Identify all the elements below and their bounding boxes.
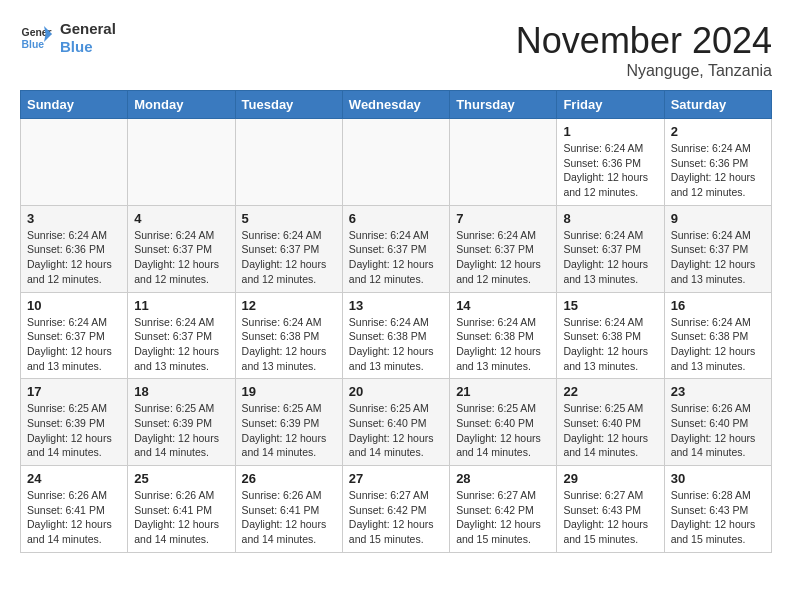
day-info: Sunrise: 6:24 AM Sunset: 6:37 PM Dayligh… bbox=[134, 315, 228, 374]
day-info: Sunrise: 6:28 AM Sunset: 6:43 PM Dayligh… bbox=[671, 488, 765, 547]
day-info: Sunrise: 6:24 AM Sunset: 6:38 PM Dayligh… bbox=[671, 315, 765, 374]
calendar-cell-w2-d3: 6Sunrise: 6:24 AM Sunset: 6:37 PM Daylig… bbox=[342, 205, 449, 292]
day-number: 20 bbox=[349, 384, 443, 399]
day-info: Sunrise: 6:25 AM Sunset: 6:40 PM Dayligh… bbox=[456, 401, 550, 460]
calendar-cell-w3-d2: 12Sunrise: 6:24 AM Sunset: 6:38 PM Dayli… bbox=[235, 292, 342, 379]
day-number: 5 bbox=[242, 211, 336, 226]
calendar-cell-w5-d6: 30Sunrise: 6:28 AM Sunset: 6:43 PM Dayli… bbox=[664, 466, 771, 553]
calendar-cell-w3-d4: 14Sunrise: 6:24 AM Sunset: 6:38 PM Dayli… bbox=[450, 292, 557, 379]
calendar-cell-w2-d2: 5Sunrise: 6:24 AM Sunset: 6:37 PM Daylig… bbox=[235, 205, 342, 292]
day-info: Sunrise: 6:27 AM Sunset: 6:43 PM Dayligh… bbox=[563, 488, 657, 547]
logo-icon: General Blue bbox=[20, 22, 52, 54]
calendar-cell-w1-d3 bbox=[342, 119, 449, 206]
day-number: 8 bbox=[563, 211, 657, 226]
calendar-cell-w1-d5: 1Sunrise: 6:24 AM Sunset: 6:36 PM Daylig… bbox=[557, 119, 664, 206]
calendar-cell-w5-d3: 27Sunrise: 6:27 AM Sunset: 6:42 PM Dayli… bbox=[342, 466, 449, 553]
day-info: Sunrise: 6:25 AM Sunset: 6:39 PM Dayligh… bbox=[27, 401, 121, 460]
day-info: Sunrise: 6:26 AM Sunset: 6:41 PM Dayligh… bbox=[134, 488, 228, 547]
calendar-cell-w4-d6: 23Sunrise: 6:26 AM Sunset: 6:40 PM Dayli… bbox=[664, 379, 771, 466]
day-number: 28 bbox=[456, 471, 550, 486]
day-info: Sunrise: 6:24 AM Sunset: 6:37 PM Dayligh… bbox=[349, 228, 443, 287]
calendar-cell-w4-d5: 22Sunrise: 6:25 AM Sunset: 6:40 PM Dayli… bbox=[557, 379, 664, 466]
calendar-week-3: 10Sunrise: 6:24 AM Sunset: 6:37 PM Dayli… bbox=[21, 292, 772, 379]
day-number: 18 bbox=[134, 384, 228, 399]
header-sunday: Sunday bbox=[21, 91, 128, 119]
day-number: 3 bbox=[27, 211, 121, 226]
day-info: Sunrise: 6:24 AM Sunset: 6:38 PM Dayligh… bbox=[456, 315, 550, 374]
calendar-week-2: 3Sunrise: 6:24 AM Sunset: 6:36 PM Daylig… bbox=[21, 205, 772, 292]
day-info: Sunrise: 6:24 AM Sunset: 6:37 PM Dayligh… bbox=[671, 228, 765, 287]
day-info: Sunrise: 6:26 AM Sunset: 6:40 PM Dayligh… bbox=[671, 401, 765, 460]
calendar-cell-w1-d0 bbox=[21, 119, 128, 206]
day-info: Sunrise: 6:27 AM Sunset: 6:42 PM Dayligh… bbox=[349, 488, 443, 547]
day-info: Sunrise: 6:24 AM Sunset: 6:37 PM Dayligh… bbox=[134, 228, 228, 287]
day-number: 2 bbox=[671, 124, 765, 139]
calendar-cell-w1-d6: 2Sunrise: 6:24 AM Sunset: 6:36 PM Daylig… bbox=[664, 119, 771, 206]
day-info: Sunrise: 6:27 AM Sunset: 6:42 PM Dayligh… bbox=[456, 488, 550, 547]
header-thursday: Thursday bbox=[450, 91, 557, 119]
title-block: November 2024 Nyanguge, Tanzania bbox=[516, 20, 772, 80]
day-info: Sunrise: 6:24 AM Sunset: 6:37 PM Dayligh… bbox=[242, 228, 336, 287]
location: Nyanguge, Tanzania bbox=[516, 62, 772, 80]
day-number: 17 bbox=[27, 384, 121, 399]
day-number: 14 bbox=[456, 298, 550, 313]
calendar-cell-w5-d1: 25Sunrise: 6:26 AM Sunset: 6:41 PM Dayli… bbox=[128, 466, 235, 553]
calendar-cell-w4-d0: 17Sunrise: 6:25 AM Sunset: 6:39 PM Dayli… bbox=[21, 379, 128, 466]
month-title: November 2024 bbox=[516, 20, 772, 62]
calendar-cell-w3-d3: 13Sunrise: 6:24 AM Sunset: 6:38 PM Dayli… bbox=[342, 292, 449, 379]
day-number: 6 bbox=[349, 211, 443, 226]
logo: General Blue General Blue General Blue bbox=[20, 20, 116, 56]
calendar-cell-w4-d4: 21Sunrise: 6:25 AM Sunset: 6:40 PM Dayli… bbox=[450, 379, 557, 466]
calendar-cell-w5-d2: 26Sunrise: 6:26 AM Sunset: 6:41 PM Dayli… bbox=[235, 466, 342, 553]
calendar-cell-w1-d2 bbox=[235, 119, 342, 206]
day-number: 19 bbox=[242, 384, 336, 399]
day-number: 26 bbox=[242, 471, 336, 486]
day-info: Sunrise: 6:24 AM Sunset: 6:36 PM Dayligh… bbox=[27, 228, 121, 287]
header-wednesday: Wednesday bbox=[342, 91, 449, 119]
header-saturday: Saturday bbox=[664, 91, 771, 119]
calendar-cell-w3-d0: 10Sunrise: 6:24 AM Sunset: 6:37 PM Dayli… bbox=[21, 292, 128, 379]
calendar-header-row: Sunday Monday Tuesday Wednesday Thursday… bbox=[21, 91, 772, 119]
calendar-cell-w2-d0: 3Sunrise: 6:24 AM Sunset: 6:36 PM Daylig… bbox=[21, 205, 128, 292]
calendar-week-1: 1Sunrise: 6:24 AM Sunset: 6:36 PM Daylig… bbox=[21, 119, 772, 206]
calendar-cell-w5-d0: 24Sunrise: 6:26 AM Sunset: 6:41 PM Dayli… bbox=[21, 466, 128, 553]
calendar-cell-w2-d1: 4Sunrise: 6:24 AM Sunset: 6:37 PM Daylig… bbox=[128, 205, 235, 292]
calendar-cell-w2-d6: 9Sunrise: 6:24 AM Sunset: 6:37 PM Daylig… bbox=[664, 205, 771, 292]
logo-blue: Blue bbox=[60, 38, 116, 56]
day-number: 25 bbox=[134, 471, 228, 486]
calendar-cell-w4-d1: 18Sunrise: 6:25 AM Sunset: 6:39 PM Dayli… bbox=[128, 379, 235, 466]
day-number: 1 bbox=[563, 124, 657, 139]
calendar-cell-w3-d5: 15Sunrise: 6:24 AM Sunset: 6:38 PM Dayli… bbox=[557, 292, 664, 379]
calendar-week-4: 17Sunrise: 6:25 AM Sunset: 6:39 PM Dayli… bbox=[21, 379, 772, 466]
day-number: 12 bbox=[242, 298, 336, 313]
day-number: 9 bbox=[671, 211, 765, 226]
calendar-week-5: 24Sunrise: 6:26 AM Sunset: 6:41 PM Dayli… bbox=[21, 466, 772, 553]
day-info: Sunrise: 6:25 AM Sunset: 6:39 PM Dayligh… bbox=[242, 401, 336, 460]
calendar-cell-w4-d3: 20Sunrise: 6:25 AM Sunset: 6:40 PM Dayli… bbox=[342, 379, 449, 466]
day-number: 23 bbox=[671, 384, 765, 399]
calendar-cell-w3-d1: 11Sunrise: 6:24 AM Sunset: 6:37 PM Dayli… bbox=[128, 292, 235, 379]
day-info: Sunrise: 6:25 AM Sunset: 6:39 PM Dayligh… bbox=[134, 401, 228, 460]
day-info: Sunrise: 6:24 AM Sunset: 6:37 PM Dayligh… bbox=[456, 228, 550, 287]
header-monday: Monday bbox=[128, 91, 235, 119]
day-number: 22 bbox=[563, 384, 657, 399]
header-tuesday: Tuesday bbox=[235, 91, 342, 119]
day-number: 13 bbox=[349, 298, 443, 313]
header-friday: Friday bbox=[557, 91, 664, 119]
calendar-cell-w4-d2: 19Sunrise: 6:25 AM Sunset: 6:39 PM Dayli… bbox=[235, 379, 342, 466]
svg-text:Blue: Blue bbox=[22, 39, 45, 50]
day-info: Sunrise: 6:24 AM Sunset: 6:36 PM Dayligh… bbox=[671, 141, 765, 200]
calendar-cell-w3-d6: 16Sunrise: 6:24 AM Sunset: 6:38 PM Dayli… bbox=[664, 292, 771, 379]
day-number: 21 bbox=[456, 384, 550, 399]
day-number: 27 bbox=[349, 471, 443, 486]
day-number: 29 bbox=[563, 471, 657, 486]
calendar-table: Sunday Monday Tuesday Wednesday Thursday… bbox=[20, 90, 772, 553]
day-info: Sunrise: 6:24 AM Sunset: 6:36 PM Dayligh… bbox=[563, 141, 657, 200]
day-info: Sunrise: 6:25 AM Sunset: 6:40 PM Dayligh… bbox=[563, 401, 657, 460]
day-number: 4 bbox=[134, 211, 228, 226]
day-info: Sunrise: 6:24 AM Sunset: 6:38 PM Dayligh… bbox=[242, 315, 336, 374]
day-info: Sunrise: 6:24 AM Sunset: 6:38 PM Dayligh… bbox=[349, 315, 443, 374]
calendar-cell-w5-d4: 28Sunrise: 6:27 AM Sunset: 6:42 PM Dayli… bbox=[450, 466, 557, 553]
day-number: 11 bbox=[134, 298, 228, 313]
day-number: 24 bbox=[27, 471, 121, 486]
